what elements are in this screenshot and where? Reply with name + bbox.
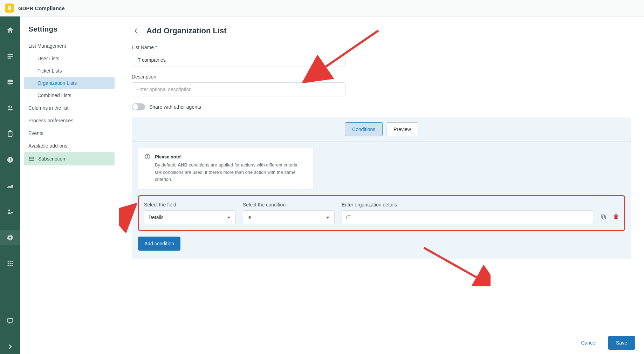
condition-delete-button[interactable] xyxy=(613,214,619,221)
tab-preview[interactable]: Preview xyxy=(386,122,418,136)
condition-row: Select the field Details Select the cond… xyxy=(138,195,625,231)
svg-point-21 xyxy=(11,263,13,264)
svg-point-17 xyxy=(9,261,11,263)
nav-rail xyxy=(0,16,20,354)
footer: Cancel Save xyxy=(119,331,644,354)
svg-point-19 xyxy=(7,263,9,264)
list-name-input[interactable] xyxy=(132,53,345,67)
condition-operator-select[interactable]: Is xyxy=(243,210,335,224)
share-label: Share with other agents xyxy=(149,104,201,110)
svg-rect-34 xyxy=(614,215,618,216)
svg-point-18 xyxy=(11,261,13,263)
condition-value-input[interactable] xyxy=(342,210,593,224)
condition-value-label: Enter organization details xyxy=(342,202,593,207)
rail-chat-icon[interactable] xyxy=(0,313,20,328)
back-button[interactable] xyxy=(132,27,140,35)
info-icon xyxy=(144,154,151,160)
svg-rect-32 xyxy=(601,215,604,218)
credit-card-icon xyxy=(28,156,35,162)
rail-gear-icon[interactable] xyxy=(0,230,20,245)
note-title: Please note! xyxy=(155,154,307,161)
svg-rect-3 xyxy=(7,56,13,57)
svg-rect-4 xyxy=(7,58,11,59)
save-button[interactable]: Save xyxy=(608,336,635,350)
sidebar-process-prefs[interactable]: Process preferences xyxy=(24,114,115,127)
sidebar-organization-lists[interactable]: Organization Lists xyxy=(24,77,115,89)
conditions-panel: Conditions Preview Please note! By defau… xyxy=(132,117,631,259)
svg-point-8 xyxy=(11,106,12,108)
rail-clipboard-icon[interactable] xyxy=(0,127,20,141)
copy-icon xyxy=(600,214,607,220)
sidebar-events[interactable]: Events xyxy=(24,127,115,139)
sidebar-user-lists[interactable]: User Lists xyxy=(24,53,115,64)
svg-point-30 xyxy=(147,155,148,156)
condition-copy-button[interactable] xyxy=(600,214,607,221)
content: Add Organization List List Name * Descri… xyxy=(119,16,644,354)
sidebar-subscription-label: Subscription xyxy=(38,156,65,162)
svg-point-24 xyxy=(11,265,13,266)
page-title: Add Organization List xyxy=(146,26,227,35)
condition-operator-label: Select the condition xyxy=(243,202,335,207)
svg-point-12 xyxy=(8,210,10,212)
description-input[interactable] xyxy=(132,82,345,96)
svg-rect-31 xyxy=(602,216,605,219)
sidebar-ticket-lists[interactable]: Ticket Lists xyxy=(24,65,115,77)
rail-inbox-icon[interactable] xyxy=(0,75,20,89)
chevron-left-icon xyxy=(134,28,138,34)
condition-field-select[interactable]: Details xyxy=(144,210,236,224)
tab-conditions[interactable]: Conditions xyxy=(345,122,383,136)
svg-point-20 xyxy=(9,263,11,264)
share-toggle[interactable] xyxy=(132,103,145,110)
rail-list-icon[interactable] xyxy=(0,49,20,63)
description-label: Description xyxy=(132,74,345,80)
sidebar-title: Settings xyxy=(28,25,110,33)
app-logo xyxy=(5,4,14,13)
svg-point-15 xyxy=(9,237,11,239)
svg-rect-33 xyxy=(615,216,618,219)
svg-rect-2 xyxy=(7,54,13,55)
svg-rect-13 xyxy=(11,212,13,213)
condition-field-label: Select the field xyxy=(144,202,236,207)
note-card: Please note! By default, AND conditions … xyxy=(138,148,313,189)
sidebar-list-management[interactable]: List Management xyxy=(24,40,115,52)
svg-point-23 xyxy=(9,265,11,266)
rail-apps-icon[interactable] xyxy=(0,256,20,271)
rail-chart-icon[interactable] xyxy=(0,178,20,193)
trash-icon xyxy=(613,214,619,220)
svg-rect-10 xyxy=(9,131,11,132)
rail-chevron-right-icon[interactable] xyxy=(0,339,20,354)
svg-rect-6 xyxy=(7,82,13,83)
svg-rect-26 xyxy=(29,157,34,161)
topbar: GDPR Compliance xyxy=(0,0,644,16)
settings-sidebar: Settings List Management User Lists Tick… xyxy=(20,16,119,354)
svg-point-1 xyxy=(9,7,10,8)
add-condition-button[interactable]: Add condition xyxy=(138,237,180,251)
cancel-button[interactable]: Cancel xyxy=(576,336,601,349)
svg-point-16 xyxy=(7,261,9,263)
sidebar-combined-lists[interactable]: Combined Lists xyxy=(24,89,115,101)
app-title: GDPR Compliance xyxy=(18,5,65,11)
svg-point-22 xyxy=(7,265,9,266)
svg-rect-25 xyxy=(7,319,13,322)
list-name-label: List Name * xyxy=(132,45,345,50)
rail-user-lock-icon[interactable] xyxy=(0,204,20,219)
sidebar-addons[interactable]: Available add-ons xyxy=(24,139,115,152)
rail-users-icon[interactable] xyxy=(0,101,20,115)
rail-clock-icon[interactable] xyxy=(0,152,20,167)
svg-rect-35 xyxy=(615,214,617,215)
rail-home-icon[interactable] xyxy=(0,23,20,38)
svg-point-7 xyxy=(8,106,10,108)
sidebar-subscription[interactable]: Subscription xyxy=(24,152,115,165)
sidebar-columns[interactable]: Columns in the list xyxy=(24,102,115,114)
